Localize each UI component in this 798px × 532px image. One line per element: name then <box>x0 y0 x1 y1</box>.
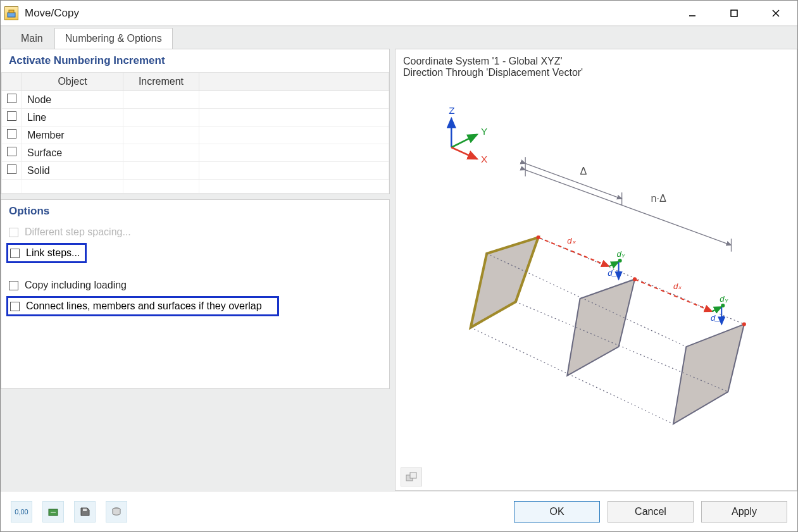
titlebar: Move/Copy <box>1 1 797 26</box>
col-checkbox <box>2 73 22 91</box>
svg-line-7 <box>451 135 477 147</box>
shape-copy-2 <box>673 325 744 424</box>
checkbox-node[interactable] <box>7 94 16 103</box>
svg-text:dᵧ: dᵧ <box>617 249 625 259</box>
save-icon-button[interactable] <box>74 501 96 523</box>
svg-rect-41 <box>410 473 416 478</box>
svg-text:d_z: d_z <box>608 268 621 278</box>
table-row-empty <box>2 180 389 194</box>
svg-line-13 <box>525 170 731 245</box>
maximize-button[interactable] <box>720 4 748 23</box>
svg-rect-1 <box>9 10 14 13</box>
ok-button[interactable]: OK <box>514 501 600 523</box>
numbering-panel: Activate Numbering Increment Object Incr… <box>1 49 390 194</box>
left-column: Activate Numbering Increment Object Incr… <box>1 49 390 491</box>
dialog-footer: 0,00 OK Cancel Apply <box>1 491 797 531</box>
option-label: Different step spacing... <box>25 226 131 238</box>
checkbox-line[interactable] <box>7 111 16 121</box>
option-different-step-spacing: Different step spacing... <box>1 223 389 242</box>
table-row: Line <box>2 109 389 127</box>
option-connect-overlap-highlight: Connect lines, members and surfaces if t… <box>6 296 279 316</box>
svg-point-39 <box>721 304 725 307</box>
cell-increment[interactable] <box>123 144 199 162</box>
svg-text:n·Δ: n·Δ <box>651 192 666 204</box>
cell-increment[interactable] <box>123 109 199 127</box>
option-copy-including-loading: Copy including loading <box>1 276 389 295</box>
apply-button[interactable]: Apply <box>701 501 787 523</box>
option-label: Connect lines, members and surfaces if t… <box>26 300 262 312</box>
decimal-places-button[interactable]: 0,00 <box>11 501 32 523</box>
options-panel: Options Different step spacing... Link s… <box>1 199 390 389</box>
col-object: Object <box>22 73 123 91</box>
svg-text:dₓ: dₓ <box>673 281 682 291</box>
svg-rect-43 <box>83 509 87 511</box>
table-row: Node <box>2 91 389 109</box>
table-row: Member <box>2 127 389 144</box>
svg-point-35 <box>536 235 540 239</box>
tab-bar: Main Numbering & Options <box>1 26 797 49</box>
svg-line-28 <box>712 307 721 311</box>
option-link-steps-highlight: Link steps... <box>6 243 87 263</box>
svg-line-8 <box>451 147 477 159</box>
cancel-button[interactable]: Cancel <box>608 501 694 523</box>
database-icon-button[interactable] <box>106 501 127 523</box>
cell-object[interactable]: Member <box>22 127 123 144</box>
checkbox-link-steps[interactable] <box>10 249 20 258</box>
checkbox-copy-loading[interactable] <box>9 281 18 290</box>
svg-text:d_z: d_z <box>711 314 725 323</box>
cell-object[interactable]: Surface <box>22 144 123 162</box>
cell-increment[interactable] <box>123 91 199 109</box>
option-label: Copy including loading <box>25 280 127 291</box>
tab-main[interactable]: Main <box>11 28 53 49</box>
svg-text:X: X <box>481 154 487 164</box>
col-increment: Increment <box>123 73 199 91</box>
svg-line-19 <box>471 328 673 424</box>
cell-object[interactable]: Node <box>22 91 123 109</box>
tab-numbering-options[interactable]: Numbering & Options <box>54 28 173 49</box>
numbering-title: Activate Numbering Increment <box>1 49 389 72</box>
preview-diagram: Z Y X Δ n·Δ <box>403 78 789 486</box>
app-icon <box>4 6 18 20</box>
options-title: Options <box>1 200 389 223</box>
preview-tool-button[interactable] <box>401 467 422 486</box>
dialog-window: Move/Copy Main Numbering & Options Activ… <box>0 0 798 532</box>
minimize-button[interactable] <box>678 4 706 23</box>
svg-rect-3 <box>731 10 737 16</box>
checkbox-member[interactable] <box>7 129 16 139</box>
coordinate-triad-icon: Z Y X <box>449 105 487 164</box>
checkbox-solid[interactable] <box>7 164 16 174</box>
direction-label: Direction Through 'Displacement Vector' <box>403 67 789 78</box>
svg-text:Δ: Δ <box>580 165 587 176</box>
close-button[interactable] <box>762 4 790 23</box>
coordinate-system-label: Coordinate System '1 - Global XYZ' <box>403 56 789 67</box>
svg-text:Z: Z <box>449 105 454 116</box>
numbering-table: Object Increment Node <box>1 72 389 194</box>
table-row: Solid <box>2 162 389 180</box>
preview-panel: Coordinate System '1 - Global XYZ' Direc… <box>395 49 797 491</box>
dialog-body: Activate Numbering Increment Object Incr… <box>1 49 797 491</box>
cell-object[interactable]: Line <box>22 109 123 127</box>
svg-text:dᵧ: dᵧ <box>720 294 728 304</box>
svg-point-37 <box>742 323 746 326</box>
units-button[interactable] <box>42 501 64 523</box>
svg-point-38 <box>618 259 622 263</box>
cell-increment[interactable] <box>123 127 199 144</box>
svg-point-36 <box>633 277 637 281</box>
svg-text:dₓ: dₓ <box>567 237 576 246</box>
shape-original <box>471 237 539 327</box>
svg-line-12 <box>525 163 621 199</box>
cell-increment[interactable] <box>123 162 199 180</box>
svg-line-27 <box>609 262 618 266</box>
option-label: Link steps... <box>26 247 80 259</box>
table-row: Surface <box>2 144 389 162</box>
window-title: Move/Copy <box>25 7 678 20</box>
cell-object[interactable]: Solid <box>22 162 123 180</box>
col-spacer <box>199 73 389 91</box>
checkbox-connect-overlap[interactable] <box>10 302 20 311</box>
svg-text:Y: Y <box>481 126 487 137</box>
svg-rect-0 <box>8 13 15 17</box>
checkbox-surface[interactable] <box>7 147 16 156</box>
checkbox-different-step <box>9 228 18 237</box>
